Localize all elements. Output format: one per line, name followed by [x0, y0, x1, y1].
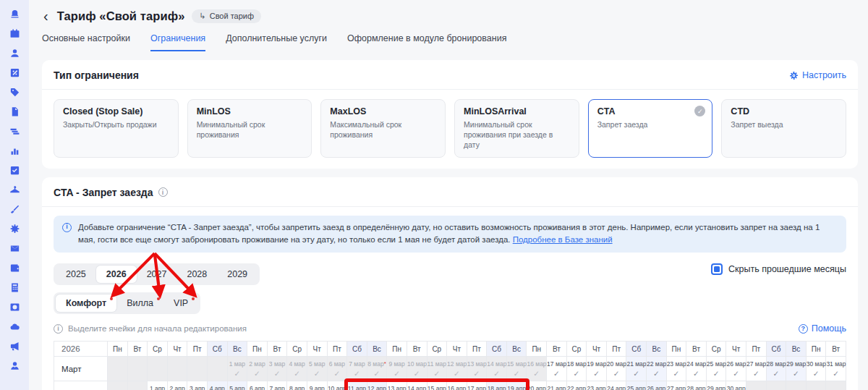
configure-link[interactable]: Настроить	[789, 70, 846, 80]
date-cell[interactable]: 25 мар✓	[706, 357, 726, 381]
date-cell[interactable]: 18 мар✓	[566, 357, 587, 381]
tab-restrictions[interactable]: Ограничения	[150, 33, 205, 51]
year-tab-2028[interactable]: 2028	[176, 266, 217, 283]
document-icon[interactable]	[9, 106, 20, 117]
date-cell[interactable]: 8 апр✓	[287, 381, 307, 390]
date-cell[interactable]: 28 апр✓	[686, 381, 707, 390]
knowledge-base-link[interactable]: Подробнее в Базе знаний	[513, 235, 613, 244]
restriction-card-minlosarrival[interactable]: MinLOSArrivalМинимальный срок проживания…	[454, 99, 579, 158]
date-cell[interactable]: 14 мар✓	[487, 357, 507, 381]
user-icon[interactable]	[9, 48, 20, 59]
date-cell[interactable]: 19 мар✓	[587, 357, 607, 381]
date-cell[interactable]: 28 мар✓	[766, 357, 786, 381]
date-cell[interactable]: 2 апр✓	[167, 381, 187, 390]
date-cell[interactable]: 25 апр✓	[626, 381, 647, 390]
restriction-card-cta[interactable]: ✓CTAЗапрет заезда	[588, 99, 713, 158]
restriction-card-minlos[interactable]: MinLOSМинимальный срок проживания	[187, 99, 312, 158]
room-tab-vip[interactable]: VIP	[163, 294, 198, 312]
date-cell[interactable]: 11 мар✓	[427, 357, 447, 381]
date-cell[interactable]: 12 апр×	[367, 381, 387, 390]
tab-extra-services[interactable]: Дополнительные услуги	[226, 33, 327, 51]
date-cell[interactable]: 13 мар✓	[467, 357, 487, 381]
date-cell[interactable]: 23 мар✓	[666, 357, 686, 381]
gear-icon[interactable]	[9, 224, 20, 234]
date-cell[interactable]: 3 мар✓	[267, 357, 287, 381]
tab-booking-module[interactable]: Оформление в модуле бронирования	[347, 33, 506, 51]
date-cell[interactable]: 22 мар✓	[647, 357, 667, 381]
hide-past-months-checkbox[interactable]	[711, 263, 723, 275]
check-badge-icon[interactable]	[9, 165, 20, 176]
brush-icon[interactable]	[9, 204, 20, 215]
date-cell[interactable]: 14 апр×	[407, 381, 427, 390]
date-cell[interactable]: 1 апр✓	[148, 381, 168, 390]
date-cell[interactable]: 18 апр×	[487, 381, 507, 390]
device-icon[interactable]	[9, 302, 20, 313]
calculator-icon[interactable]	[9, 282, 20, 293]
back-button[interactable]: ‹	[42, 9, 50, 23]
room-tab-вилла[interactable]: Вилла	[116, 294, 163, 312]
date-cell[interactable]: 21 мар✓	[626, 357, 647, 381]
info-icon[interactable]: i	[158, 187, 168, 197]
date-cell[interactable]: 27 мар✓	[746, 357, 767, 381]
date-cell[interactable]: 6 апр✓	[247, 381, 268, 390]
room-tab-комфорт[interactable]: Комфорт	[56, 294, 116, 312]
date-cell[interactable]: 6 мар✓	[327, 357, 347, 381]
cash-icon[interactable]	[9, 126, 20, 137]
year-tab-2029[interactable]: 2029	[217, 266, 258, 283]
date-cell[interactable]: 5 мар✓	[307, 357, 327, 381]
restriction-card-ctd[interactable]: CTDЗапрет выезда	[721, 99, 846, 158]
year-tab-2027[interactable]: 2027	[137, 266, 177, 283]
date-cell[interactable]: 10 мар✓	[407, 357, 427, 381]
date-cell[interactable]: 15 апр×	[427, 381, 447, 390]
date-cell[interactable]: 24 апр✓	[606, 381, 626, 390]
help-link[interactable]: ? Помощь	[799, 323, 846, 334]
date-cell[interactable]: 17 апр×	[467, 381, 487, 390]
percent-icon[interactable]	[9, 67, 20, 78]
cloud-icon[interactable]	[9, 321, 20, 332]
date-cell[interactable]: 20 апр✓	[527, 381, 547, 390]
tab-main-settings[interactable]: Основные настройки	[42, 33, 130, 51]
date-cell[interactable]: 26 мар✓	[726, 357, 746, 381]
date-cell[interactable]: 31 мар✓	[826, 357, 846, 381]
date-cell[interactable]: 24 мар✓	[686, 357, 707, 381]
date-cell[interactable]: 30 апр✓	[726, 381, 746, 390]
date-cell[interactable]: 26 апр✓	[647, 381, 667, 390]
date-cell[interactable]: 9 мар✓	[387, 357, 407, 381]
date-cell[interactable]: 10 апр✓	[327, 381, 347, 390]
hanger-icon[interactable]	[9, 185, 20, 195]
date-cell[interactable]: 4 мар✓	[287, 357, 307, 381]
wallet-icon[interactable]	[9, 263, 20, 274]
year-tab-2026[interactable]: 2026	[96, 266, 137, 283]
bell-icon[interactable]	[9, 9, 20, 20]
date-cell[interactable]: 30 мар✓	[806, 357, 826, 381]
date-cell[interactable]: 19 апр×	[506, 381, 527, 390]
date-cell[interactable]: 22 апр✓	[566, 381, 587, 390]
calendar-icon[interactable]	[9, 28, 20, 39]
date-cell[interactable]: 23 апр✓	[587, 381, 607, 390]
year-tab-2025[interactable]: 2025	[56, 266, 96, 283]
date-cell[interactable]: 5 апр✓	[227, 381, 247, 390]
date-cell[interactable]: 16 апр×	[447, 381, 467, 390]
mail-icon[interactable]	[9, 243, 20, 254]
megaphone-icon[interactable]	[9, 341, 20, 352]
date-cell[interactable]: 15 мар✓	[506, 357, 527, 381]
date-cell[interactable]: 17 мар✓	[547, 357, 567, 381]
date-cell[interactable]: 21 апр✓	[547, 381, 567, 390]
date-cell[interactable]: 1 мар✓	[227, 357, 247, 381]
date-cell[interactable]: 29 мар✓	[786, 357, 807, 381]
date-cell[interactable]: 7 апр✓	[267, 381, 287, 390]
date-cell[interactable]: 11 апр×	[347, 381, 367, 390]
restriction-card-maxlos[interactable]: MaxLOSМаксимальный срок проживания	[320, 99, 446, 158]
date-cell[interactable]: 20 мар✓	[606, 357, 626, 381]
date-cell[interactable]: 16 мар✓	[527, 357, 547, 381]
date-cell[interactable]: 13 апр×	[387, 381, 407, 390]
tag-icon[interactable]	[9, 87, 20, 98]
hide-past-months-toggle[interactable]: Скрыть прошедшие месяцы	[711, 263, 846, 275]
user-tie-icon[interactable]	[9, 360, 20, 371]
date-cell[interactable]: 12 мар✓	[447, 357, 467, 381]
date-cell[interactable]: 9 апр✓	[307, 381, 327, 390]
date-cell[interactable]: 2 мар✓	[247, 357, 268, 381]
date-cell[interactable]: 4 апр✓	[207, 381, 227, 390]
date-cell[interactable]: 3 апр✓	[187, 381, 208, 390]
restriction-card-closed-stop-sale-[interactable]: Closed (Stop Sale)Закрыть/Открыть продаж…	[54, 99, 179, 158]
